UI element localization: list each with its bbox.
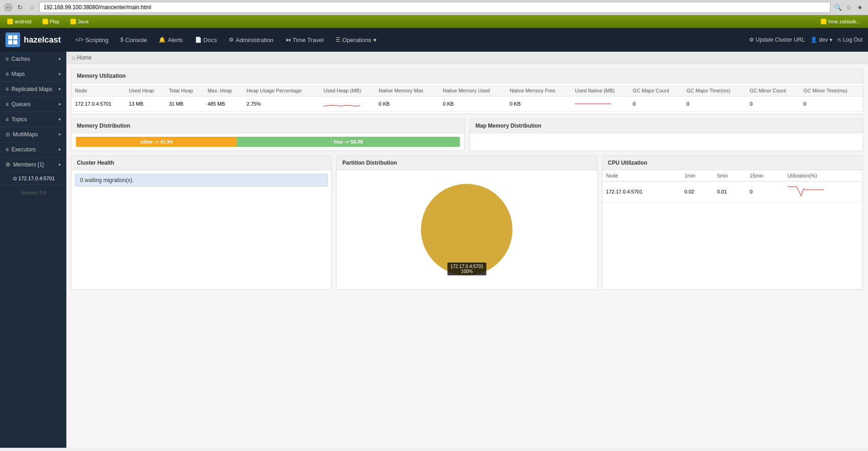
sidebar-sub-item-member-ip[interactable]: ⊙ 172.17.0.4:5701 xyxy=(0,172,66,185)
sidebar-item-queues[interactable]: ≡ Queues ▾ xyxy=(0,97,66,112)
os-tab-java-label: Java xyxy=(78,19,88,24)
col-native-mem-free: Native Memory Free xyxy=(506,85,571,97)
back-button[interactable]: ← xyxy=(4,3,13,12)
user-dropdown-btn[interactable]: 👤 dev ▾ xyxy=(810,37,832,43)
caches-icon: ≡ xyxy=(5,56,9,62)
cluster-health-msg: 0 waiting migration(s). xyxy=(80,177,134,183)
cell-gc-major-time: 0 xyxy=(683,97,746,112)
dist-other-label: other -> 41.94 xyxy=(140,139,173,145)
update-cluster-btn[interactable]: ⚙ Update Cluster URL xyxy=(749,37,805,43)
os-tab-android-label: android xyxy=(15,19,32,24)
col-max-heap: Max. Heap xyxy=(204,85,243,97)
os-tab-other[interactable]: Inne zakladk... xyxy=(817,18,864,25)
nav-administration[interactable]: ⚙ Administration xyxy=(223,34,279,46)
browser-toolbar: ← ↻ ⌂ 🔍 ☆ ★ xyxy=(0,0,868,15)
cpu-utilization-header: CPU Utilization xyxy=(603,156,863,170)
os-tab-android[interactable]: android xyxy=(4,18,35,25)
queues-icon: ≡ xyxy=(5,101,9,107)
col-gc-minor-count: GC Minor Count xyxy=(746,85,800,97)
col-gc-major-time: GC Major Time(ms) xyxy=(683,85,746,97)
nav-scripting[interactable]: </> Scripting xyxy=(70,34,114,46)
app-logo: hazelcast xyxy=(5,32,61,47)
heap-sparkline xyxy=(323,99,360,108)
svg-rect-2 xyxy=(8,40,12,44)
col-heap-usage-pct: Heap Usage Percentage xyxy=(243,85,320,97)
queues-arrow: ▾ xyxy=(59,102,61,107)
url-bar[interactable] xyxy=(39,2,830,13)
breadcrumb-bar: ⌂ Home xyxy=(66,52,868,64)
pie-label: 172.17.0.4:5701 100% xyxy=(447,263,486,275)
cpu-col-5min: 5min xyxy=(713,170,746,182)
map-memory-distribution-header: Map Memory Distribution xyxy=(470,119,863,133)
multimaps-icon: ⊙ xyxy=(5,131,10,138)
nav-docs-label: Docs xyxy=(204,37,217,43)
home-button[interactable]: ⌂ xyxy=(27,3,37,12)
cpu-cell-15min: 0 xyxy=(746,182,784,202)
sidebar-item-caches[interactable]: ≡ Caches ▾ xyxy=(0,52,66,67)
sidebar-item-multimaps[interactable]: ⊙ MultiMaps ▾ xyxy=(0,127,66,142)
nav-time-travel[interactable]: ⏮ Time Travel xyxy=(280,34,329,46)
nav-docs[interactable]: 📄 Docs xyxy=(189,34,223,46)
cpu-utilization-section: CPU Utilization Node 1min 5min 15min Uti… xyxy=(602,156,863,290)
cluster-health-section: Cluster Health 0 waiting migration(s). xyxy=(71,156,332,290)
col-gc-major-count: GC Major Count xyxy=(629,85,683,97)
nav-console[interactable]: $ Console xyxy=(115,34,152,46)
os-tab-java[interactable]: Java xyxy=(67,18,92,25)
sidebar-item-executors[interactable]: ≡ Executors ▾ xyxy=(0,142,66,157)
svg-rect-3 xyxy=(13,40,17,44)
dist-free-label: free -> 58.06 xyxy=(334,139,363,145)
os-tab-play[interactable]: Play xyxy=(39,18,63,25)
sidebar-item-maps[interactable]: ≡ Maps ▾ xyxy=(0,67,66,82)
nav-administration-label: Administration xyxy=(236,37,273,43)
bookmark-icon[interactable]: ☆ xyxy=(844,3,853,12)
sidebar-item-members[interactable]: ⚙ Members [1] ▾ xyxy=(0,157,66,172)
sidebar-multimaps-label: MultiMaps xyxy=(13,131,38,138)
tab-icon-other xyxy=(821,19,826,24)
col-total-heap: Total Heap xyxy=(165,85,204,97)
col-used-heap: Used Heap xyxy=(125,85,166,97)
cpu-table-header-row: Node 1min 5min 15min Utilization(%) xyxy=(603,170,863,182)
nav-alerts[interactable]: 🔔 Alerts xyxy=(153,34,188,46)
sidebar-maps-label: Maps xyxy=(11,71,25,77)
executors-icon: ≡ xyxy=(5,146,9,153)
sidebar-item-topics[interactable]: ≡ Topics ▾ xyxy=(0,112,66,127)
cell-native-mem-used: 0 KB xyxy=(439,97,506,112)
main-layout: ≡ Caches ▾ ≡ Maps ▾ ≡ Replicated Maps ▾ … xyxy=(0,52,868,448)
col-gc-minor-time: GC Minor Time(ms) xyxy=(800,85,863,97)
content-area: ⌂ Home Memory Utilization Node Used Heap… xyxy=(66,52,868,448)
logout-btn[interactable]: ⎋ Log Out xyxy=(838,37,863,43)
executors-arrow: ▾ xyxy=(59,147,61,152)
app-header-right: ⚙ Update Cluster URL 👤 dev ▾ ⎋ Log Out xyxy=(749,37,863,43)
operations-dropdown-arrow: ▾ xyxy=(373,37,377,43)
cpu-col-15min: 15min xyxy=(746,170,784,182)
sidebar-replicated-maps-label: Replicated Maps xyxy=(11,86,52,92)
sidebar-item-replicated-maps[interactable]: ≡ Replicated Maps ▾ xyxy=(0,82,66,97)
memory-distribution-section: Memory Distribution other -> 41.94 free … xyxy=(71,118,465,151)
nav-time-travel-label: Time Travel xyxy=(293,37,323,43)
user-dropdown-arrow: ▾ xyxy=(830,37,832,43)
cpu-cell-5min: 0.01 xyxy=(713,182,746,202)
search-icon[interactable]: 🔍 xyxy=(833,3,842,12)
member-ip-icon: ⊙ xyxy=(13,176,17,181)
cluster-health-box: 0 waiting migration(s). xyxy=(75,174,328,187)
star-icon[interactable]: ★ xyxy=(855,3,864,12)
nav-operations[interactable]: ☰ Operations ▾ xyxy=(330,34,382,46)
cpu-col-utilization: Utilization(%) xyxy=(784,170,863,182)
map-memory-distribution-title: Map Memory Distribution xyxy=(475,123,541,129)
alerts-icon: 🔔 xyxy=(159,37,166,43)
browser-chrome: ← ↻ ⌂ 🔍 ☆ ★ xyxy=(0,0,868,15)
os-tab-play-label: Play xyxy=(50,19,59,24)
reload-button[interactable]: ↻ xyxy=(16,3,25,12)
col-used-heap-mb: Used Heap (MB) xyxy=(320,85,375,97)
sidebar-queues-label: Queues xyxy=(11,101,31,107)
tab-icon-play xyxy=(43,19,48,24)
cpu-utilization-title: CPU Utilization xyxy=(608,160,647,166)
caches-arrow: ▾ xyxy=(59,57,61,61)
cell-total-heap: 31 MB xyxy=(165,97,204,112)
update-cluster-label: Update Cluster URL xyxy=(756,37,805,43)
docs-icon: 📄 xyxy=(195,37,202,43)
sidebar-topics-label: Topics xyxy=(11,116,27,123)
dist-bar-other: other -> 41.94 xyxy=(76,137,237,147)
partition-distribution-section: Partition Distribution 172.17.0.4:5701 1… xyxy=(336,156,597,290)
breadcrumb-home[interactable]: ⌂ Home xyxy=(72,54,92,61)
